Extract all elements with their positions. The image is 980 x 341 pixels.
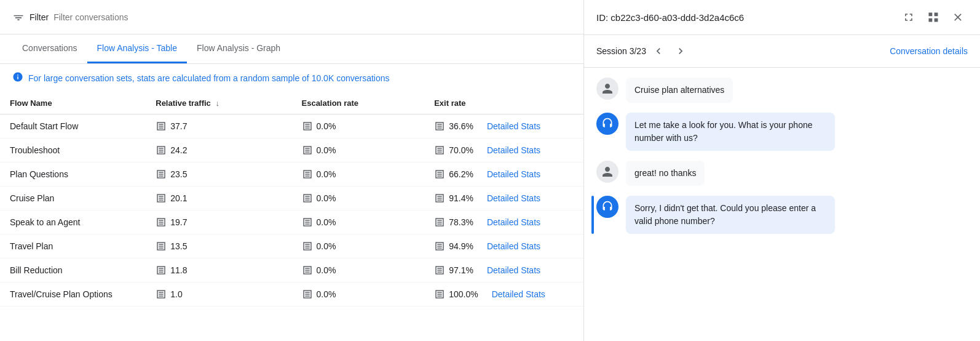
avatar xyxy=(596,78,618,100)
table-row: Default Start Flow 37.7 0.0% 36.6% Detai… xyxy=(0,114,583,138)
tab-conversations[interactable]: Conversations xyxy=(12,34,87,63)
nav-arrows xyxy=(649,41,690,61)
detailed-stats-link[interactable]: Detailed Stats xyxy=(487,241,540,251)
header-actions xyxy=(899,7,968,27)
avatar xyxy=(596,161,618,183)
escalation-table-icon xyxy=(302,265,313,276)
cell-exit: 91.4% Detailed Stats xyxy=(424,187,583,211)
cell-escalation: 0.0% xyxy=(292,211,425,235)
cell-traffic: 19.7 xyxy=(146,211,291,235)
table-row: Troubleshoot 24.2 0.0% 70.0% Detailed St… xyxy=(0,138,583,162)
escalation-table-icon xyxy=(302,289,313,300)
cell-escalation: 0.0% xyxy=(292,138,425,162)
detailed-stats-link[interactable]: Detailed Stats xyxy=(487,193,540,203)
cell-traffic: 20.1 xyxy=(146,187,291,211)
exit-table-icon xyxy=(434,193,445,204)
exit-table-icon xyxy=(434,145,445,156)
traffic-table-icon xyxy=(156,265,167,276)
cell-traffic: 1.0 xyxy=(146,283,291,307)
exit-table-icon xyxy=(434,265,445,276)
cell-exit: 66.2% Detailed Stats xyxy=(424,162,583,187)
table-row: Plan Questions 23.5 0.0% 66.2% Detailed … xyxy=(0,162,583,187)
traffic-table-icon xyxy=(156,241,167,252)
tab-flow-graph[interactable]: Flow Analysis - Graph xyxy=(187,34,290,63)
cell-flow-name: Speak to an Agent xyxy=(0,211,146,235)
cell-exit: 97.1% Detailed Stats xyxy=(424,259,583,283)
col-header-relative-traffic[interactable]: Relative traffic ↓ xyxy=(146,92,291,114)
message-bubble: Let me take a look for you. What is your… xyxy=(626,113,835,151)
cell-exit: 78.3% Detailed Stats xyxy=(424,211,583,235)
left-panel: Filter Conversations Flow Analysis - Tab… xyxy=(0,0,584,341)
filter-label: Filter xyxy=(30,12,49,22)
detailed-stats-link[interactable]: Detailed Stats xyxy=(487,217,540,227)
exit-table-icon xyxy=(434,217,445,228)
filter-bar: Filter xyxy=(0,0,583,34)
close-button[interactable] xyxy=(948,7,968,27)
highlight-indicator xyxy=(591,196,594,234)
traffic-table-icon xyxy=(156,169,167,180)
col-header-flow-name: Flow Name xyxy=(0,92,146,114)
next-session-button[interactable] xyxy=(671,41,690,61)
info-icon xyxy=(12,71,23,85)
cell-escalation: 0.0% xyxy=(292,162,425,187)
table-row: Travel/Cruise Plan Options 1.0 0.0% 100.… xyxy=(0,283,583,307)
cell-traffic: 23.5 xyxy=(146,162,291,187)
cell-flow-name: Cruise Plan xyxy=(0,187,146,211)
traffic-table-icon xyxy=(156,193,167,204)
detailed-stats-link[interactable]: Detailed Stats xyxy=(492,289,545,299)
detailed-stats-link[interactable]: Detailed Stats xyxy=(487,265,540,275)
traffic-table-icon xyxy=(156,121,167,132)
cell-flow-name: Bill Reduction xyxy=(0,259,146,283)
right-header: ID: cb22c3-d60-a03-ddd-3d2a4c6c6 xyxy=(584,0,980,35)
cell-exit: 36.6% Detailed Stats xyxy=(424,114,583,138)
table-row: Bill Reduction 11.8 0.0% 97.1% Detailed … xyxy=(0,259,583,283)
cell-flow-name: Travel/Cruise Plan Options xyxy=(0,283,146,307)
escalation-table-icon xyxy=(302,193,313,204)
session-label: Session 3/23 xyxy=(596,46,646,56)
filter-input[interactable] xyxy=(53,12,571,22)
traffic-table-icon xyxy=(156,145,167,156)
info-banner: For large conversation sets, stats are c… xyxy=(0,64,583,92)
fullscreen-button[interactable] xyxy=(899,7,919,27)
flow-table: Flow Name Relative traffic ↓ Escalation … xyxy=(0,92,583,341)
escalation-table-icon xyxy=(302,145,313,156)
grid-button[interactable] xyxy=(923,7,943,27)
filter-icon xyxy=(12,11,25,23)
exit-table-icon xyxy=(434,289,445,300)
table-row: Cruise Plan 20.1 0.0% 91.4% Detailed Sta… xyxy=(0,187,583,211)
cell-escalation: 0.0% xyxy=(292,283,425,307)
session-nav: Session 3/23 Conversation details xyxy=(584,35,980,68)
cell-flow-name: Plan Questions xyxy=(0,162,146,187)
tabs-bar: Conversations Flow Analysis - Table Flow… xyxy=(0,34,583,64)
chat-area: Cruise plan alternatives Let me take a l… xyxy=(584,68,980,341)
tab-flow-table[interactable]: Flow Analysis - Table xyxy=(87,34,187,63)
table-row: Travel Plan 13.5 0.0% 94.9% Detailed Sta… xyxy=(0,235,583,259)
exit-table-icon xyxy=(434,241,445,252)
detailed-stats-link[interactable]: Detailed Stats xyxy=(487,169,540,179)
sort-arrow-icon: ↓ xyxy=(215,98,219,108)
info-text: For large conversation sets, stats are c… xyxy=(28,73,390,83)
exit-table-icon xyxy=(434,169,445,180)
chat-message: Cruise plan alternatives xyxy=(596,78,968,103)
message-bubble: Cruise plan alternatives xyxy=(626,78,733,103)
conversation-details-link[interactable]: Conversation details xyxy=(890,46,968,56)
escalation-table-icon xyxy=(302,121,313,132)
cell-flow-name: Default Start Flow xyxy=(0,114,146,138)
cell-exit: 94.9% Detailed Stats xyxy=(424,235,583,259)
avatar xyxy=(596,196,618,218)
traffic-table-icon xyxy=(156,217,167,228)
session-id: ID: cb22c3-d60-a03-ddd-3d2a4c6c6 xyxy=(596,12,744,23)
cell-traffic: 13.5 xyxy=(146,235,291,259)
prev-session-button[interactable] xyxy=(649,41,668,61)
col-header-exit-rate: Exit rate xyxy=(424,92,583,114)
cell-escalation: 0.0% xyxy=(292,187,425,211)
detailed-stats-link[interactable]: Detailed Stats xyxy=(487,121,540,131)
cell-traffic: 11.8 xyxy=(146,259,291,283)
escalation-table-icon xyxy=(302,241,313,252)
cell-exit: 70.0% Detailed Stats xyxy=(424,138,583,162)
col-header-escalation-rate: Escalation rate xyxy=(292,92,425,114)
cell-escalation: 0.0% xyxy=(292,235,425,259)
detailed-stats-link[interactable]: Detailed Stats xyxy=(487,145,540,155)
exit-table-icon xyxy=(434,121,445,132)
cell-escalation: 0.0% xyxy=(292,114,425,138)
